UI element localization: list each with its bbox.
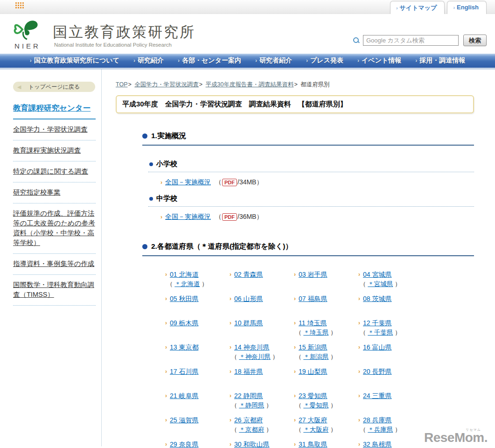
search-button[interactable]: 検索 [463, 35, 487, 46]
prefecture-link[interactable]: 17 石川県 [170, 367, 198, 376]
prefecture-designated-link[interactable]: ＊北海道 [174, 280, 200, 287]
prefecture-link[interactable]: 07 福島県 [299, 294, 327, 303]
nav-arrow-icon: › [415, 57, 417, 64]
prefecture-designated-link[interactable]: ＊静岡県 [239, 402, 264, 409]
prefecture-link[interactable]: 09 栃木県 [170, 319, 198, 328]
prefecture-link[interactable]: 10 群馬県 [234, 319, 263, 328]
sidebar-item-link[interactable]: 教育課程実施状況調査 [13, 147, 81, 154]
prefecture-link[interactable]: 23 愛知県 [299, 392, 327, 400]
page-title: 平成30年度 全国学力・学習状況調査 調査結果資料 【都道府県別】 [116, 95, 474, 113]
nav-item-label: 研究者紹介 [259, 56, 292, 64]
sidebar-item-link[interactable]: 特定の課題に関する調査 [13, 168, 88, 175]
sidebar-item: 国際数学・理科教育動向調査（TIMSS） [13, 275, 96, 306]
prefecture-link[interactable]: 27 大阪府 [299, 416, 327, 425]
nav-item[interactable]: ›イベント情報 [357, 56, 401, 65]
sidebar-heading-link[interactable]: 教育課程研究センター [13, 104, 91, 112]
prefecture-cell: › 16 富山県 [358, 343, 423, 367]
prefecture-designated-link[interactable]: ＊千葉県 [368, 329, 393, 336]
prefecture-link[interactable]: 28 兵庫県 [363, 416, 391, 425]
prefecture-designated-link[interactable]: ＊愛知県 [303, 402, 328, 409]
prefecture-designated-link[interactable]: ＊京都府 [239, 426, 264, 433]
prefecture-link[interactable]: 26 京都府 [234, 416, 263, 425]
paren-open: （ [360, 329, 368, 336]
prefecture-link[interactable]: 30 和歌山県 [234, 440, 269, 448]
sidebar-item-link[interactable]: 全国学力・学習状況調査 [13, 126, 88, 133]
paren-open: （ [295, 329, 303, 336]
junior-high-file-row: › 全国－実施概況 （PDF/36MB） [116, 213, 474, 221]
prefecture-link[interactable]: 15 新潟県 [299, 343, 327, 352]
prefecture-link[interactable]: 31 鳥取県 [299, 440, 327, 448]
link-arrow-icon: › [230, 294, 231, 303]
sidebar-item-link[interactable]: 指導資料・事例集等の作成 [13, 260, 94, 267]
prefecture-link[interactable]: 04 宮城県 [363, 270, 391, 279]
paren-open: （ [215, 213, 222, 221]
prefecture-link[interactable]: 29 奈良県 [170, 440, 198, 448]
prefecture-designated-link[interactable]: ＊大阪府 [303, 426, 328, 433]
breadcrumb-link-top[interactable]: TOP [116, 81, 127, 88]
prefecture-link[interactable]: 20 長野県 [363, 367, 391, 376]
nav-arrow-icon: › [133, 57, 135, 64]
prefecture-link[interactable]: 12 千葉県 [363, 319, 391, 328]
nav-item[interactable]: ›各部・センター案内 [178, 56, 241, 65]
link-arrow-icon: › [358, 440, 360, 448]
prefecture-cell: › 17 石川県 [165, 367, 230, 392]
english-tab[interactable]: ›English [447, 1, 487, 14]
link-arrow-icon: › [230, 343, 231, 352]
nav-item[interactable]: ›研究紹介 [133, 56, 164, 65]
back-to-top-button[interactable]: ◀ トップページに戻る [13, 82, 95, 92]
prefecture-link[interactable]: 08 茨城県 [363, 294, 391, 303]
section-2-title: 2.各都道府県（＊道府県(指定都市を除く)） [151, 242, 293, 252]
prefecture-link[interactable]: 24 三重県 [363, 392, 391, 400]
sidebar-heading: 教育課程研究センター [13, 103, 96, 119]
prefecture-link[interactable]: 18 福井県 [234, 367, 263, 376]
sitemap-tab[interactable]: ›サイトマップ [390, 1, 445, 14]
prefecture-link[interactable]: 16 富山県 [363, 343, 391, 352]
prefecture-link[interactable]: 06 山形県 [234, 294, 263, 303]
prefecture-link[interactable]: 32 島根県 [363, 440, 391, 448]
prefecture-link[interactable]: 25 滋賀県 [170, 416, 198, 425]
nav-item[interactable]: ›採用・調達情報 [415, 56, 465, 65]
link-arrow-icon: › [230, 440, 231, 448]
prefecture-designated-link[interactable]: ＊宮城県 [368, 280, 393, 287]
sidebar-item-link[interactable]: 評価規準の作成、評価方法等の工夫改善のための参考資料（小学校・中学校・高等学校） [13, 210, 95, 246]
paren-close: ） [328, 329, 336, 336]
breadcrumb-link-survey[interactable]: 全国学力・学習状況調査 [134, 81, 199, 88]
prefecture-link[interactable]: 21 岐阜県 [170, 392, 198, 400]
prefecture-designated-row: （ ＊京都府 ） [231, 425, 294, 434]
prefecture-designated-link[interactable]: ＊新潟県 [303, 353, 328, 360]
nier-logo[interactable]: NIER [13, 18, 42, 50]
nav-item[interactable]: ›国立教育政策研究所について [30, 56, 119, 65]
sidebar-item-link[interactable]: 国際数学・理科教育動向調査（TIMSS） [13, 281, 94, 298]
prefecture-designated-link[interactable]: ＊神奈川県 [239, 353, 271, 360]
paren-open: （ [360, 426, 368, 433]
prefecture-link[interactable]: 01 北海道 [170, 270, 198, 279]
link-arrow-icon: › [165, 319, 167, 328]
paren-open: （ [295, 353, 303, 360]
paren-close: ） [393, 426, 401, 433]
prefecture-designated-link[interactable]: ＊埼玉県 [303, 329, 328, 336]
prefecture-link[interactable]: 14 神奈川県 [234, 343, 269, 352]
prefecture-designated-link[interactable]: ＊兵庫県 [368, 426, 393, 433]
prefecture-cell: › 24 三重県 [358, 392, 423, 416]
prefecture-link[interactable]: 05 秋田県 [170, 294, 198, 303]
link-arrow-icon: › [230, 392, 231, 400]
prefecture-cell: › 12 千葉県 （ ＊千葉県 ） [358, 319, 423, 343]
sidebar-item-link[interactable]: 研究指定校事業 [13, 189, 61, 196]
prefecture-cell: › 31 鳥取県 [294, 440, 358, 448]
prefecture-link[interactable]: 22 静岡県 [234, 392, 263, 400]
prefecture-cell: › 04 宮城県 （ ＊宮城県 ） [358, 270, 423, 294]
prefecture-link[interactable]: 19 山梨県 [299, 367, 327, 376]
prefecture-cell: › 03 岩手県 [294, 270, 358, 294]
prefecture-link[interactable]: 11 埼玉県 [299, 319, 327, 328]
prefecture-link[interactable]: 02 青森県 [234, 270, 263, 279]
search-input[interactable] [363, 35, 459, 46]
elementary-overview-link[interactable]: 全国－実施概況 [165, 178, 211, 187]
breadcrumb-link-report[interactable]: 平成30年度報告書・調査結果資料 [206, 81, 294, 88]
prefecture-link[interactable]: 03 岩手県 [299, 270, 327, 279]
junior-high-overview-link[interactable]: 全国－実施概況 [165, 213, 211, 221]
prefecture-link[interactable]: 13 東京都 [170, 343, 198, 352]
nav-item[interactable]: ›プレス発表 [306, 56, 343, 65]
elementary-heading: 小学校 [156, 160, 177, 168]
section-2: 2.各都道府県（＊道府県(指定都市を除く)） › 01 北海道 （ ＊北海道 ） [116, 242, 474, 448]
nav-item[interactable]: ›研究者紹介 [255, 56, 292, 65]
